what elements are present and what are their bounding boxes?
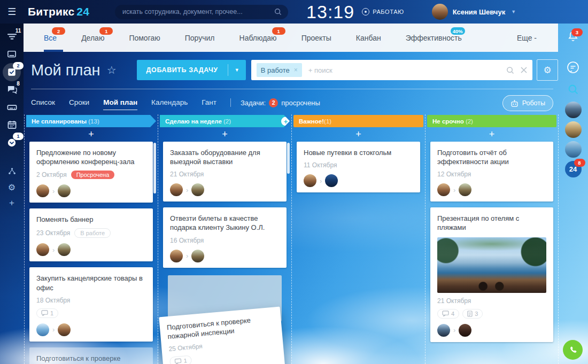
filter-search-bar[interactable]: В работе × xyxy=(251,60,532,80)
view-tab-3[interactable]: Мой план xyxy=(103,98,137,110)
task-card[interactable]: Новые путевки в стокгольм11 Октября› xyxy=(297,142,420,192)
creator-avatar[interactable] xyxy=(36,184,49,197)
task-due-date: 21 Октября xyxy=(170,171,204,178)
recent-contact-2[interactable] xyxy=(565,121,582,138)
filter-search-icon[interactable] xyxy=(506,66,514,74)
filter-clear-icon[interactable] xyxy=(521,67,527,73)
remove-filter-icon[interactable]: × xyxy=(294,66,298,74)
call-button[interactable] xyxy=(563,340,583,360)
creator-avatar[interactable] xyxy=(304,174,316,187)
task-badges: 43 xyxy=(437,309,546,319)
column-title: Сделаю на неделе xyxy=(165,118,222,125)
creator-avatar[interactable] xyxy=(437,183,450,196)
tab-3[interactable]: Помогаю xyxy=(129,24,160,52)
creator-avatar[interactable] xyxy=(36,243,49,256)
task-participants: › xyxy=(304,174,413,187)
sidebar-item-feed[interactable]: 11 xyxy=(2,28,21,45)
assignee-avatar[interactable] xyxy=(58,184,71,197)
robots-button[interactable]: Роботы xyxy=(502,95,553,111)
sidebar-item-calendar[interactable] xyxy=(2,116,21,134)
view-tab-5[interactable]: Гант xyxy=(202,98,216,110)
column-header[interactable]: Не срочно (2) xyxy=(427,115,556,127)
add-task-dropdown-icon[interactable]: ▼ xyxy=(228,67,246,73)
creator-avatar[interactable] xyxy=(36,323,49,336)
assignee-avatar[interactable] xyxy=(58,323,71,336)
tab-5[interactable]: Наблюдаю1 xyxy=(239,24,277,52)
tab-1[interactable]: Все2 xyxy=(44,24,57,52)
add-task-button[interactable]: ДОБАВИТЬ ЗАДАЧУ ▼ xyxy=(137,60,246,80)
chat-circle-icon xyxy=(566,60,580,74)
tab-9[interactable]: Еще - xyxy=(517,24,537,52)
task-card[interactable]: Презентация по отелям с пляжами21 Октябр… xyxy=(430,207,553,342)
filter-tag-in-progress[interactable]: В работе × xyxy=(257,63,302,77)
favorite-star-icon[interactable]: ☆ xyxy=(107,64,117,76)
status-label: РАБОТАЮ xyxy=(373,9,404,15)
task-card[interactable]: Предложение по новому оформлению конфере… xyxy=(29,142,153,203)
global-search[interactable] xyxy=(115,5,288,19)
logo-number: 24 xyxy=(76,5,89,18)
assignee-avatar[interactable] xyxy=(459,324,471,337)
menu-icon[interactable]: ☰ xyxy=(0,6,24,18)
contact-avatar xyxy=(565,121,582,138)
assignee-avatar[interactable] xyxy=(58,243,71,256)
creator-avatar[interactable] xyxy=(437,324,450,337)
task-card[interactable]: Подготовиться к проверке пожарной инспек… xyxy=(159,306,286,364)
sidebar-item-drive[interactable] xyxy=(2,98,21,116)
tab-4[interactable]: Поручил xyxy=(185,24,215,52)
assignee-avatar[interactable] xyxy=(325,174,338,187)
sidebar-item-gear[interactable]: ⚙ xyxy=(2,179,21,195)
tab-2[interactable]: Делаю1 xyxy=(81,24,104,52)
assignee-avatar[interactable] xyxy=(191,183,204,196)
task-due-date: 11 Октября xyxy=(304,161,337,169)
task-card[interactable]: Закупить канцелярские товары в офис18 Ок… xyxy=(29,267,153,341)
column-header[interactable]: Сделаю на неделе (2)+ xyxy=(160,115,290,127)
tab-7[interactable]: Канбан xyxy=(356,24,381,52)
column-add-icon[interactable]: + xyxy=(281,117,290,126)
sidebar-item-chat[interactable]: 8 xyxy=(2,81,21,98)
arrow-icon: › xyxy=(186,252,188,260)
sidebar-item-time[interactable]: 1 xyxy=(2,134,21,151)
creator-avatar[interactable] xyxy=(170,183,183,196)
task-card[interactable]: Подготовить отчёт об эффективности акции… xyxy=(430,142,553,202)
tab-label: Поручил xyxy=(185,34,215,42)
column-quick-add-button[interactable]: + xyxy=(158,127,291,142)
column-header[interactable]: Важное!(1) xyxy=(293,115,423,127)
recent-contact-3[interactable] xyxy=(565,141,582,158)
column-quick-add-button[interactable]: + xyxy=(425,127,558,142)
task-card[interactable]: Отвезти билеты в качестве подарка клиент… xyxy=(163,207,287,267)
tab-badge: 2 xyxy=(52,27,65,35)
sidebar-item-structure[interactable] xyxy=(2,163,21,179)
tab-6[interactable]: Проекты xyxy=(301,24,331,52)
column-quick-add-button[interactable]: + xyxy=(25,127,158,142)
sidebar-item-monitor[interactable] xyxy=(2,45,21,63)
user-menu[interactable]: Ксения Шевчук ▼ xyxy=(432,4,516,20)
recent-contact-1[interactable] xyxy=(565,102,582,118)
tab-8[interactable]: Эффективность40% xyxy=(406,24,462,52)
view-tab-1[interactable]: Список xyxy=(31,98,55,110)
column-quick-add-button[interactable]: + xyxy=(292,127,425,142)
task-meta: 23 ОктябряВ работе xyxy=(36,228,146,238)
quick-search-button[interactable] xyxy=(568,84,579,95)
board-settings-button[interactable]: ⚙ xyxy=(537,59,558,81)
messenger-button[interactable] xyxy=(566,60,580,74)
assignee-avatar[interactable] xyxy=(459,183,471,196)
assignee-avatar[interactable] xyxy=(191,250,204,262)
sidebar-item-tasks[interactable]: 2 xyxy=(2,63,21,81)
column-title: Не спланированы xyxy=(32,118,87,125)
bitrix24-network-button[interactable]: 24 8 xyxy=(565,161,582,177)
view-tab-4[interactable]: Календарь xyxy=(151,98,188,110)
column-scrollbar[interactable] xyxy=(287,143,290,174)
view-tab-2[interactable]: Сроки xyxy=(69,98,89,110)
column-scrollbar[interactable] xyxy=(153,143,156,193)
global-search-input[interactable] xyxy=(121,7,274,16)
work-status-toggle[interactable]: РАБОТАЮ xyxy=(362,8,404,16)
filter-search-input[interactable] xyxy=(307,66,506,75)
creator-avatar[interactable] xyxy=(170,250,183,262)
sidebar-item-plus[interactable]: + xyxy=(2,195,21,211)
task-card[interactable]: Подготовиться к проверке пожарной инспек… xyxy=(29,347,153,364)
task-card[interactable]: Поменять баннер23 ОктябряВ работе› xyxy=(29,208,153,261)
task-title: Предложение по новому оформлению конфере… xyxy=(36,148,146,166)
task-card[interactable]: Заказать оборудование для выездной выста… xyxy=(163,142,287,202)
notifications-button[interactable]: 3 xyxy=(567,30,579,42)
column-header[interactable]: Не спланированы (13) xyxy=(26,115,156,127)
